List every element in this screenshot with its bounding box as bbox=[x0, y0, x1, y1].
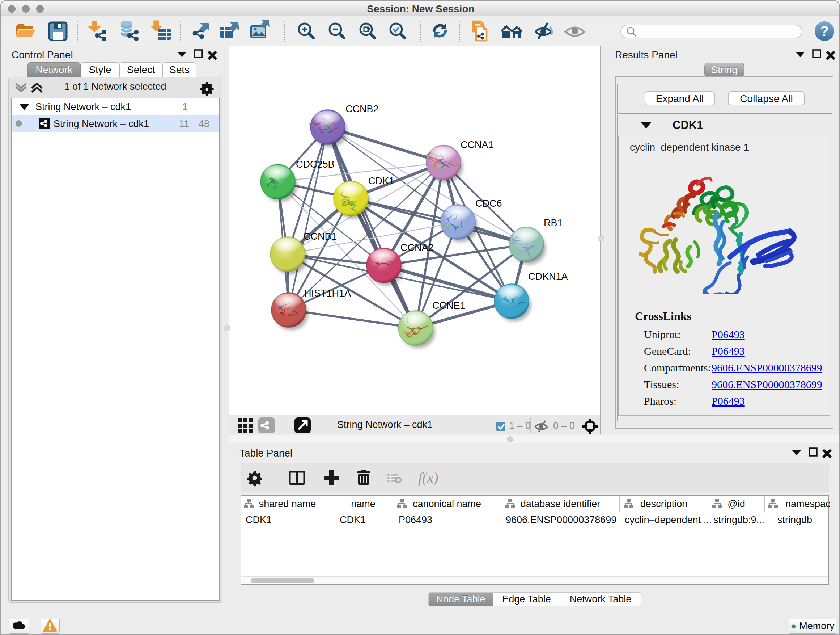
svg-text:f(x): f(x) bbox=[418, 470, 439, 486]
svg-text:CCNB1: CCNB1 bbox=[303, 231, 337, 242]
svg-text:CCNE1: CCNE1 bbox=[432, 300, 466, 311]
svg-text:HIST1H1A: HIST1H1A bbox=[304, 288, 351, 299]
svg-text:CCNA2: CCNA2 bbox=[401, 242, 434, 253]
svg-text:CCNA1: CCNA1 bbox=[461, 139, 494, 150]
svg-text:CDK1: CDK1 bbox=[368, 176, 394, 187]
svg-text:CDC25B: CDC25B bbox=[296, 159, 335, 170]
svg-text:?: ? bbox=[820, 24, 829, 39]
svg-text:CDC6: CDC6 bbox=[475, 198, 502, 209]
svg-text:RB1: RB1 bbox=[544, 218, 563, 228]
svg-text:CCNB2: CCNB2 bbox=[346, 103, 379, 114]
svg-text:CDKN1A: CDKN1A bbox=[528, 271, 568, 282]
